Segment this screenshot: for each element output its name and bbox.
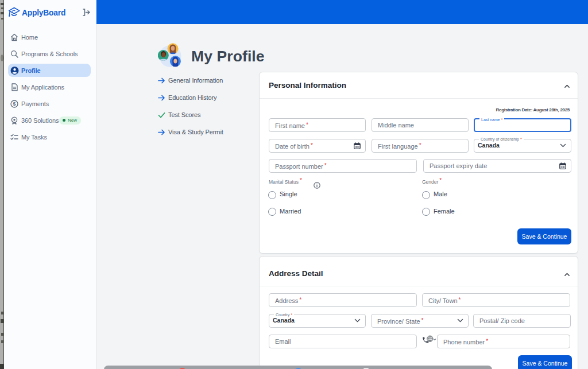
svg-text:$: $: [13, 101, 16, 107]
